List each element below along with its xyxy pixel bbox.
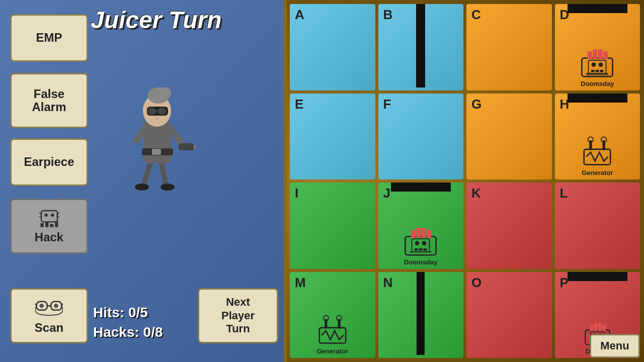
scan-button[interactable]: Scan [10,288,88,343]
svg-rect-41 [596,70,599,72]
svg-point-56 [415,241,420,245]
false-alarm-button[interactable]: FalseAlarm [10,73,88,128]
hits-stat: Hits: 0/5 [93,303,163,322]
hack-icon [37,209,62,229]
cell-i[interactable]: I [290,183,375,269]
svg-line-19 [161,161,166,186]
cell-h[interactable]: H Generator [555,94,640,180]
svg-rect-62 [417,227,421,237]
cell-j[interactable]: J Doomsday [378,183,464,269]
cell-k[interactable]: K [466,183,552,269]
next-player-turn-button[interactable]: NextPlayerTurn [198,288,278,343]
svg-rect-64 [427,230,432,238]
svg-point-57 [422,241,427,245]
cell-l[interactable]: L [555,183,640,269]
stats-display: Hits: 0/5 Hacks: 0/8 [93,303,163,342]
svg-rect-63 [422,227,426,237]
cell-g[interactable]: G [466,94,552,180]
cell-d-topbar [568,4,627,13]
cell-p-topbar [568,272,627,281]
svg-rect-9 [50,224,53,227]
svg-rect-45 [598,49,603,59]
svg-rect-10 [55,221,58,227]
svg-point-16 [39,304,43,308]
cell-n[interactable]: N [378,272,464,358]
svg-rect-80 [598,323,602,331]
cell-a[interactable]: A [290,4,375,90]
game-grid: A B C D Doomsda [290,4,640,358]
svg-rect-22 [143,121,171,163]
svg-rect-42 [600,70,604,72]
cell-d[interactable]: D Doomsday [555,4,640,90]
svg-rect-60 [424,248,427,250]
svg-rect-58 [415,248,418,250]
svg-point-17 [54,304,58,308]
doomsday-icon-d [580,44,615,79]
earpiece-button[interactable]: Earpiece [10,138,88,186]
hacks-stat: Hacks: 0/8 [93,322,163,342]
svg-rect-24 [152,149,161,155]
svg-rect-7 [40,223,43,227]
generator-icon-m [315,311,350,346]
svg-rect-78 [590,325,593,331]
svg-rect-40 [591,70,595,72]
cell-o[interactable]: O [466,272,552,358]
svg-point-2 [51,213,54,216]
doomsday-icon-j [403,222,438,257]
cell-m[interactable]: M Generator [290,272,375,358]
svg-point-20 [135,184,149,191]
hack-button[interactable]: Hack [10,199,88,254]
svg-point-34 [157,108,167,115]
svg-rect-61 [411,230,416,238]
svg-rect-81 [602,325,606,331]
svg-point-1 [44,213,47,216]
cell-c[interactable]: C [466,4,552,90]
cell-h-topbar [568,94,627,103]
emp-button[interactable]: EMP [10,14,88,62]
menu-button[interactable]: Menu [590,334,640,358]
cell-b-bar [416,4,425,87]
svg-line-25 [170,128,184,146]
svg-rect-8 [45,222,48,227]
svg-rect-0 [41,211,57,222]
cell-f[interactable]: F [378,94,464,180]
scan-icon [35,297,63,319]
svg-point-31 [159,87,171,99]
left-panel: Juicer Turn EMP FalseAlarm Earpiece Hack [0,0,287,362]
generator-icon-h [580,133,615,168]
svg-line-28 [136,128,144,141]
cell-b[interactable]: B [378,4,464,90]
cell-n-bar [417,272,425,355]
svg-rect-26 [179,143,194,150]
character-figure [116,50,196,191]
svg-point-21 [160,184,175,191]
svg-rect-46 [604,51,608,59]
svg-point-35 [154,117,159,120]
svg-point-33 [147,108,156,115]
svg-rect-79 [594,323,597,331]
svg-point-38 [592,62,596,67]
svg-line-18 [143,161,151,186]
cell-j-topbar [391,183,451,192]
svg-point-39 [599,62,603,67]
turn-title: Juicer Turn [91,6,222,34]
svg-rect-44 [593,49,598,59]
svg-marker-27 [194,145,196,149]
cell-e[interactable]: E [290,94,375,180]
svg-rect-43 [588,51,592,59]
svg-rect-59 [419,248,423,250]
